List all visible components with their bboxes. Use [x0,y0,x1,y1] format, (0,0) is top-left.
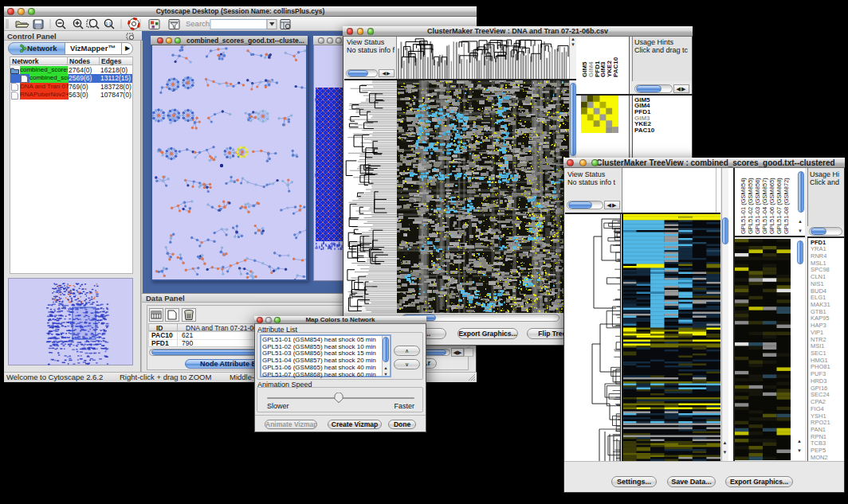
svg-text:Search:: Search: [186,19,212,28]
svg-text:1:1: 1:1 [106,21,112,26]
